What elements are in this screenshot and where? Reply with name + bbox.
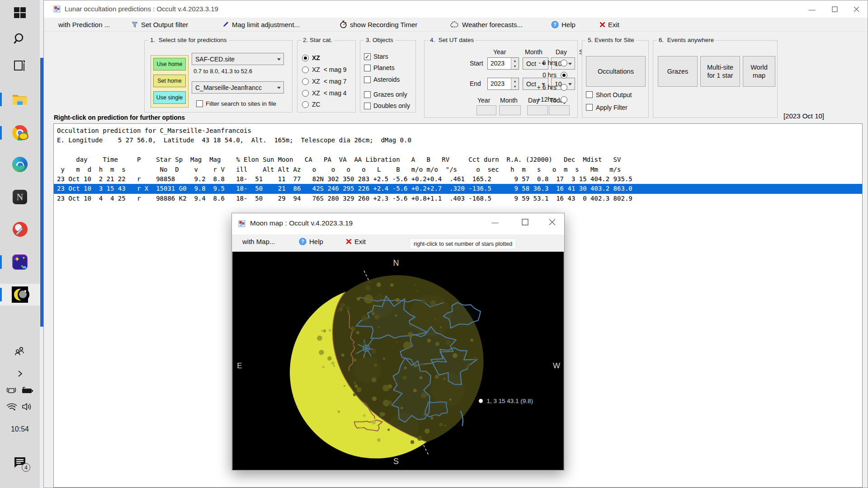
starting-at-radio-0-hrs[interactable] <box>561 72 567 79</box>
taskbar-occult-icon[interactable] <box>0 284 40 305</box>
short-output-checkbox[interactable] <box>586 91 593 98</box>
use-single-button[interactable]: Use single <box>153 91 186 104</box>
apply-filter-checkbox[interactable] <box>586 104 593 111</box>
objects-checkbox-stars[interactable]: ✓ <box>364 53 371 60</box>
prediction-line[interactable]: 23 Oct 10 2 21 22 r 98858 9.2 8.8 18- 51… <box>54 174 862 184</box>
menu-mag-limit-adjustment[interactable]: Mag limit adjustment... <box>222 18 300 31</box>
menu-set-output-filter[interactable]: Set Output filter <box>131 18 188 31</box>
taskbar-task-view-icon[interactable] <box>0 55 40 76</box>
tray-wireless-display-icon[interactable] <box>5 385 17 396</box>
group-events-anywhere-label: 6. Events anywhere <box>657 37 716 43</box>
controls-panel: 1. Select site for predictions Use home … <box>44 31 868 123</box>
taskbar-file-explorer-icon[interactable] <box>0 89 40 110</box>
background-window-strip <box>40 58 43 327</box>
set-home-button[interactable]: Set home <box>153 75 186 87</box>
home-buttons-panel: Use home Set home Use single <box>151 55 189 108</box>
quick-day-button[interactable] <box>527 105 548 115</box>
compass-n-label: N <box>393 258 399 267</box>
tray-battery-icon[interactable] <box>21 385 33 396</box>
taskbar-search-icon[interactable] <box>0 28 40 50</box>
star-cat-radio-zc[interactable] <box>302 101 309 108</box>
menu-show-recording-timer[interactable]: show Recording Timer <box>340 18 417 31</box>
close-button[interactable] <box>846 0 867 18</box>
star-cat-radio-xz[interactable] <box>302 55 309 61</box>
prediction-line: y m d h m s No D v r V ill Alt Alt Az o … <box>54 165 862 174</box>
tray-volume-icon[interactable] <box>21 401 32 412</box>
occulted-star-label: 1, 3 15 43.1 (9.8) <box>486 398 533 404</box>
tray-show-hidden-chevron-icon[interactable] <box>16 368 24 379</box>
funnel-icon <box>131 21 138 28</box>
taskbar-notepad-app-icon[interactable]: N <box>0 186 40 208</box>
group-star-catalog: 2. Star cat. XZXZ < mag 9XZ < mag 7XZ < … <box>297 40 356 113</box>
taskbar-clock[interactable]: 10:54 <box>0 425 40 433</box>
star-cat-radio-xz-mag-4[interactable] <box>302 90 309 97</box>
filter-sites-checkbox[interactable] <box>196 100 203 107</box>
objects-checkbox-grazes-only[interactable] <box>364 91 371 98</box>
minimize-button[interactable]: — <box>802 0 822 18</box>
maximize-button[interactable] <box>514 213 535 230</box>
use-home-button[interactable]: Use home <box>153 58 186 70</box>
compass-e-label: E <box>237 361 242 370</box>
site-file-combobox[interactable]: SAF-CED.site <box>192 53 284 65</box>
occulted-star-marker[interactable] <box>479 399 483 403</box>
pencil-icon <box>222 21 229 28</box>
menu-with-prediction[interactable]: with Prediction ... <box>58 18 110 31</box>
occultations-button[interactable]: Occultations <box>586 56 646 87</box>
taskbar-chrome-icon[interactable] <box>0 122 40 144</box>
star-cat-radio-xz-mag-9[interactable] <box>302 66 309 73</box>
site-name-combobox[interactable]: C_Marseille-Jeanfrancc <box>192 81 284 94</box>
quick-month-button[interactable] <box>499 105 521 115</box>
close-button[interactable] <box>542 213 562 230</box>
filter-sites-label: Filter search to sites in file <box>206 100 276 107</box>
taskbar-edge-icon[interactable] <box>0 154 40 175</box>
start-year-spinner[interactable]: 2023▲▼ <box>487 57 519 70</box>
tray-people-icon[interactable] <box>14 346 26 357</box>
prediction-line: E. Longitude 5 27 56.0, Latitude 43 18 5… <box>54 136 862 145</box>
taskbar-image-editor-icon[interactable] <box>0 218 40 240</box>
spinner-arrows-icon[interactable]: ▲▼ <box>511 58 519 69</box>
prediction-row-selected[interactable]: 23 Oct 10 3 15 43 r X 15031 G0 9.8 9.5 1… <box>54 184 862 193</box>
prediction-hint-label: Right-click on prediction for further op… <box>54 114 185 121</box>
main-titlebar[interactable]: Lunar occultation predictions : Occult v… <box>44 0 868 18</box>
menu-with-map[interactable]: with Map... <box>242 235 275 248</box>
spinner-arrows-icon[interactable]: ▲▼ <box>511 78 519 89</box>
starting-at-radio-6-hrs[interactable] <box>561 60 567 66</box>
prediction-line[interactable]: 23 Oct 10 4 4 25 r 98886 K2 9.4 8.6 18- … <box>54 194 862 203</box>
taskbar-start-button-icon[interactable] <box>0 2 40 23</box>
minimize-button[interactable]: — <box>485 213 505 230</box>
chevron-down-icon <box>568 83 572 85</box>
multi-site-for-1-star-button[interactable]: Multi-sitefor 1 star <box>700 56 740 87</box>
objects-checkbox-planets[interactable] <box>364 65 371 71</box>
objects-checkbox-doubles-only[interactable] <box>364 103 371 109</box>
taskbar: N✦✦✦ 4 10:54 <box>0 0 40 488</box>
maximize-button[interactable] <box>824 0 845 18</box>
chevron-down-icon <box>277 87 281 89</box>
menu-exit[interactable]: Exit <box>599 18 619 31</box>
menu-help[interactable]: ?Help <box>551 18 576 31</box>
group-events-site-label: 5. Events for Site <box>586 37 636 43</box>
moon-map-canvas[interactable]: NSEW 1, 3 15 43.1 (9.8) <box>232 252 564 470</box>
star-cat-radio-xz-mag-7[interactable] <box>302 78 309 85</box>
taskbar-stellarium-icon[interactable]: ✦✦✦ <box>0 251 40 273</box>
objects-checkbox-asteroids[interactable] <box>364 76 371 83</box>
menu-exit[interactable]: Exit <box>346 235 366 248</box>
chevron-down-icon <box>277 58 281 61</box>
menu-weather-forecasts[interactable]: Weather forecasts... <box>450 18 523 31</box>
weather-icon <box>450 21 459 28</box>
grazes-button[interactable]: Grazes <box>658 56 698 87</box>
end-year-spinner[interactable]: 2023▲▼ <box>487 78 519 90</box>
help-icon: ? <box>299 238 307 245</box>
prediction-line: day Time P Star Sp Mag Mag % Elon Sun Mo… <box>54 155 862 164</box>
running-indicator <box>0 255 2 269</box>
moon-map-menubar: right-click to set number of stars plott… <box>232 235 564 252</box>
quick-year-button[interactable] <box>476 105 496 115</box>
starting-at-radio-12hrs[interactable] <box>561 96 567 103</box>
group-objects: 3. Objects ✓StarsPlanetsAsteroidsGrazes … <box>360 40 416 113</box>
starting-at-radio-6-hrs[interactable] <box>561 84 567 91</box>
tray-network-wifi-icon[interactable] <box>6 401 18 412</box>
tray-notifications-icon[interactable]: 4 <box>12 454 30 472</box>
moon-map-titlebar[interactable]: Moon map : Occult v.4.2023.3.19 — <box>232 213 564 235</box>
quick-today-button[interactable] <box>549 105 570 115</box>
menu-help[interactable]: ?Help <box>299 235 323 248</box>
world-map-button[interactable]: Worldmap <box>743 56 775 87</box>
